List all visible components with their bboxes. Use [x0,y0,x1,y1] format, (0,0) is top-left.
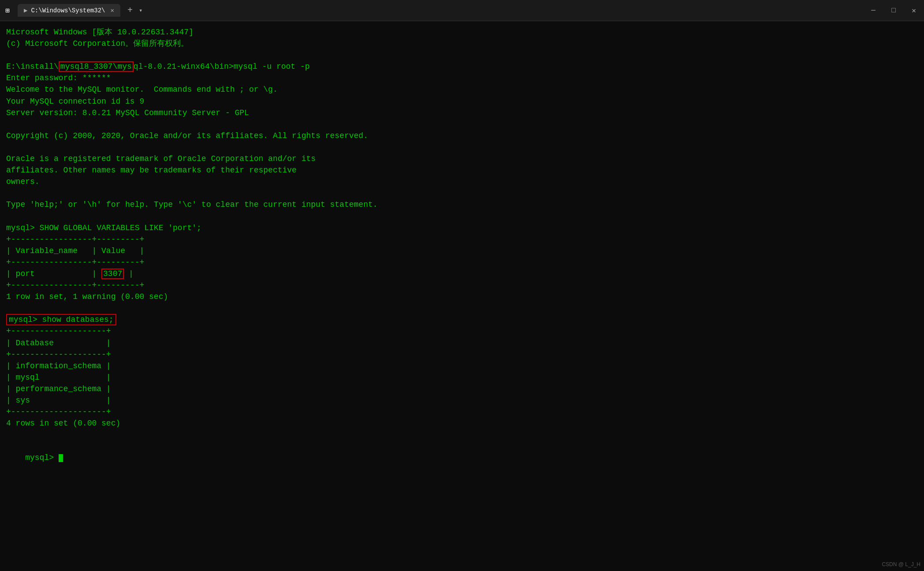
terminal-line-28: | Database | [6,337,918,349]
terminal-line-16: Type 'help;' or '\h' for help. Type '\c'… [6,199,918,210]
terminal-line-3 [6,49,918,61]
tab-dropdown-button[interactable]: ▾ [136,7,145,14]
terminal-line-9 [6,119,918,130]
titlebar-tab[interactable]: ▶ C:\Windows\System32\ ✕ [18,4,120,17]
terminal-line-14: owners. [6,176,918,187]
window-controls: ─ □ ✕ [863,0,924,21]
terminal-line-20: | Variable_name | Value | [6,245,918,257]
tab-close-button[interactable]: ✕ [110,7,114,14]
terminal-line-15 [6,187,918,199]
show-databases-cmd: mysql> show databases; [6,314,116,325]
terminal-window[interactable]: Microsoft Windows [版本 10.0.22631.3447] (… [0,21,924,571]
mysql-prompt: mysql> [25,453,59,462]
port-value: 3307 [101,269,124,279]
terminal-line-7: Your MySQL connection id is 9 [6,96,918,107]
terminal-line-30: | information_schema | [6,360,918,372]
terminal-line-8: Server version: 8.0.21 MySQL Community S… [6,107,918,119]
terminal-line-6: Welcome to the MySQL monitor. Commands e… [6,84,918,95]
cursor [59,454,63,462]
terminal-line-33: | sys | [6,395,918,406]
watermark: CSDN @ L_J_H [882,561,920,567]
terminal-line-21: +-----------------+---------+ [6,257,918,268]
terminal-line-1: Microsoft Windows [版本 10.0.22631.3447] [6,26,918,38]
terminal-line-13: affiliates. Other names may be trademark… [6,164,918,176]
new-tab-button[interactable]: + [124,5,136,15]
terminal-line-10: Copyright (c) 2000, 2020, Oracle and/or … [6,130,918,142]
terminal-line-27: +--------------------+ [6,325,918,337]
terminal-line-35: 4 rows in set (0.00 sec) [6,418,918,429]
path-highlighted: mysql8_3307\mys [59,61,134,72]
tab-title: C:\Windows\System32\ [31,7,105,14]
terminal-line-5: Enter password: ****** [6,72,918,84]
terminal-line-17 [6,211,918,222]
terminal-line-11 [6,142,918,153]
path-post: ql-8.0.21-winx64\bin>mysql -u root -p [134,62,310,71]
terminal-line-36 [6,429,918,440]
titlebar: ⊞ ▶ C:\Windows\System32\ ✕ + ▾ ─ □ ✕ [0,0,924,21]
terminal-line-23: +-----------------+---------+ [6,280,918,291]
terminal-line-12: Oracle is a registered trademark of Orac… [6,153,918,164]
port-line-pre: | port | [6,269,101,278]
terminal-icon: ⊞ [5,6,14,15]
maximize-button[interactable]: □ [883,0,904,21]
terminal-line-22: | port | 3307 | [6,268,918,280]
terminal-line-19: +-----------------+---------+ [6,234,918,245]
terminal-line-25 [6,302,918,314]
terminal-line-4: E:\install\mysql8_3307\mysql-8.0.21-winx… [6,61,918,72]
path-pre: E:\install\ [6,62,59,71]
terminal-line-29: +--------------------+ [6,349,918,360]
terminal-tab-icon: ▶ [24,7,27,14]
terminal-line-18: mysql> SHOW GLOBAL VARIABLES LIKE 'port'… [6,222,918,234]
minimize-button[interactable]: ─ [863,0,883,21]
port-line-post: | [124,269,134,278]
terminal-line-26: mysql> show databases; [6,314,918,325]
terminal-line-24: 1 row in set, 1 warning (0.00 sec) [6,291,918,302]
terminal-line-32: | performance_schema | [6,383,918,395]
terminal-prompt-line: mysql> [6,440,918,475]
close-button[interactable]: ✕ [904,0,924,21]
terminal-line-34: +--------------------+ [6,406,918,418]
terminal-line-31: | mysql | [6,372,918,383]
terminal-line-2: (c) Microsoft Corporation。保留所有权利。 [6,38,918,49]
